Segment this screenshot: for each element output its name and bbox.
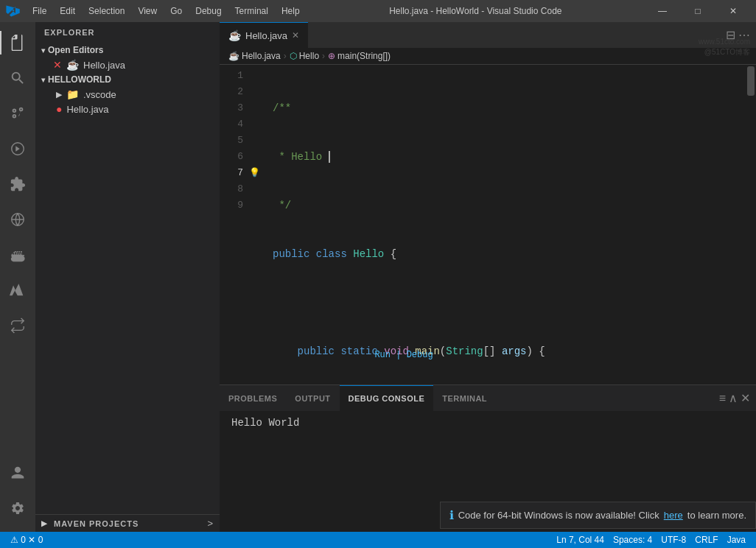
- open-editor-hello-java[interactable]: ✕ ☕ Hello.java: [35, 57, 220, 72]
- modified-icon: ●: [56, 103, 62, 115]
- status-language[interactable]: Java: [723, 535, 750, 545]
- class-name: Hello: [353, 246, 384, 262]
- chevron-right-icon-maven: ▶: [41, 519, 48, 527]
- menu-file[interactable]: File: [27, 4, 52, 18]
- code-comment-1: /**: [273, 100, 291, 116]
- line-num-1: 1: [220, 68, 249, 84]
- menu-terminal[interactable]: Terminal: [229, 4, 274, 18]
- status-spaces[interactable]: Spaces: 4: [609, 535, 657, 545]
- remote-activity-icon[interactable]: [0, 202, 35, 237]
- lightbulb-icon[interactable]: 💡: [249, 165, 260, 181]
- java-file-icon: ☕: [66, 59, 79, 71]
- tab-bar: ☕ Hello.java ✕ ⊟ ⋯: [220, 22, 756, 48]
- menu-go[interactable]: Go: [164, 4, 188, 18]
- line-num-8: 8: [220, 181, 249, 197]
- gutter: 💡: [249, 65, 264, 384]
- code-editor[interactable]: 1 2 3 4 5 6 7 8 9: [220, 65, 756, 384]
- explorer-activity-icon[interactable]: [0, 25, 35, 60]
- tab-terminal[interactable]: TERMINAL: [433, 385, 496, 411]
- breadcrumb-file-name: Hello.java: [242, 51, 281, 61]
- code-comment-2: * Hello: [273, 149, 329, 165]
- cloud-activity-icon[interactable]: [0, 273, 35, 308]
- helloworld-header[interactable]: ▾ HELLOWORLD: [35, 72, 220, 87]
- hello-java-file-item[interactable]: ● Hello.java: [35, 102, 220, 116]
- status-eol[interactable]: CRLF: [690, 535, 722, 545]
- status-position[interactable]: Ln 7, Col 44: [552, 535, 609, 545]
- menu-debug[interactable]: Debug: [189, 4, 227, 18]
- vscode-logo: [6, 4, 21, 18]
- close-button[interactable]: ✕: [716, 0, 750, 22]
- notification-link[interactable]: here: [664, 510, 683, 521]
- docker-activity-icon[interactable]: [0, 237, 35, 273]
- breadcrumb-class-name: Hello: [299, 51, 319, 61]
- helloworld-label: HELLOWORLD: [48, 74, 111, 85]
- tab-problems[interactable]: PROBLEMS: [220, 385, 286, 411]
- code-content[interactable]: /** * Hello */ public class Hello {: [264, 65, 746, 384]
- menu-selection[interactable]: Selection: [83, 4, 130, 18]
- search-activity-icon[interactable]: [0, 60, 35, 96]
- clear-console-button[interactable]: ≡: [719, 392, 726, 405]
- line-num-4: 4: [220, 116, 249, 133]
- notification-suffix: to learn more.: [687, 510, 746, 521]
- run-debug-hint[interactable]: Run | Debug: [374, 350, 433, 360]
- line-num-9: 9: [220, 197, 249, 214]
- activity-bar: [0, 22, 35, 532]
- collapse-panel-button[interactable]: ∧: [729, 391, 738, 405]
- forward-button[interactable]: >: [207, 518, 214, 529]
- line-num-3: 3: [220, 100, 249, 116]
- settings-activity-icon[interactable]: [0, 491, 35, 526]
- info-icon: ℹ: [449, 508, 454, 522]
- status-encoding[interactable]: UTF-8: [657, 535, 690, 545]
- close-panel-button[interactable]: ✕: [741, 391, 750, 405]
- menu-edit[interactable]: Edit: [54, 4, 81, 18]
- line-num-6: 6: [220, 149, 249, 165]
- breadcrumb-file[interactable]: ☕ Hello.java: [228, 51, 281, 61]
- breadcrumb-method[interactable]: ⊕ main(String[]): [328, 51, 391, 61]
- breadcrumb-method-icon: ⊕: [328, 51, 335, 61]
- breadcrumb-method-name: main(String[]): [337, 51, 391, 61]
- watermark: www.51cto.com @51CTO博客: [699, 37, 750, 57]
- close-icon[interactable]: ✕: [53, 59, 62, 71]
- git-activity-icon[interactable]: [0, 308, 35, 343]
- vscode-folder-item[interactable]: ▶ 📁 .vscode: [35, 87, 220, 102]
- code-line-1: /**: [273, 100, 746, 116]
- line-numbers: 1 2 3 4 5 6 7 8 9: [220, 65, 249, 384]
- cursor: [329, 151, 330, 163]
- sidebar: Explorer ▾ Open Editors ✕ ☕ Hello.java ▾…: [35, 22, 220, 532]
- breadcrumb-class-icon: ⬡: [290, 51, 297, 61]
- breadcrumb: ☕ Hello.java › ⬡ Hello › ⊕ main(String[]…: [220, 48, 756, 65]
- chevron-down-icon-2: ▾: [41, 76, 45, 84]
- menu-view[interactable]: View: [132, 4, 163, 18]
- open-editors-header[interactable]: ▾ Open Editors: [35, 43, 220, 57]
- menu-help[interactable]: Help: [276, 4, 306, 18]
- hello-java-tab[interactable]: ☕ Hello.java ✕: [220, 22, 308, 48]
- punct-paren-close: ) {: [527, 343, 545, 359]
- window-title: Hello.java - HelloWorld - Visual Studio …: [306, 6, 645, 16]
- account-activity-icon[interactable]: [0, 455, 35, 491]
- title-bar: File Edit Selection View Go Debug Termin…: [0, 0, 756, 22]
- keyword-public: public: [273, 246, 316, 262]
- status-errors-warnings[interactable]: ⚠ 0 ✕ 0: [6, 535, 47, 545]
- breadcrumb-sep-2: ›: [322, 51, 325, 61]
- minimize-button[interactable]: —: [645, 0, 679, 22]
- scrollbar-thumb[interactable]: [747, 66, 755, 96]
- breadcrumb-class[interactable]: ⬡ Hello: [290, 51, 319, 61]
- menu-bar: File Edit Selection View Go Debug Termin…: [27, 4, 306, 18]
- code-comment-3: */: [273, 197, 291, 214]
- tab-output[interactable]: OUTPUT: [286, 385, 339, 411]
- folder-icon: 📁: [66, 88, 79, 100]
- tab-close-button[interactable]: ✕: [292, 30, 299, 41]
- panel-tab-actions: ≡ ∧ ✕: [719, 391, 756, 405]
- maven-projects-header[interactable]: ▶ MAVEN PROJECTS >: [35, 514, 220, 532]
- watermark-line-2: @51CTO博客: [699, 47, 750, 57]
- source-control-activity-icon[interactable]: [0, 96, 35, 131]
- code-line-5: [273, 295, 746, 311]
- debug-activity-icon[interactable]: [0, 131, 35, 166]
- line-num-5: 5: [220, 133, 249, 149]
- hello-java-filename: Hello.java: [66, 104, 108, 115]
- maximize-button[interactable]: □: [681, 0, 715, 22]
- extensions-activity-icon[interactable]: [0, 166, 35, 202]
- vertical-scrollbar[interactable]: [746, 65, 756, 384]
- tab-debug-console[interactable]: DEBUG CONSOLE: [340, 385, 434, 411]
- breadcrumb-file-icon: ☕: [228, 51, 239, 61]
